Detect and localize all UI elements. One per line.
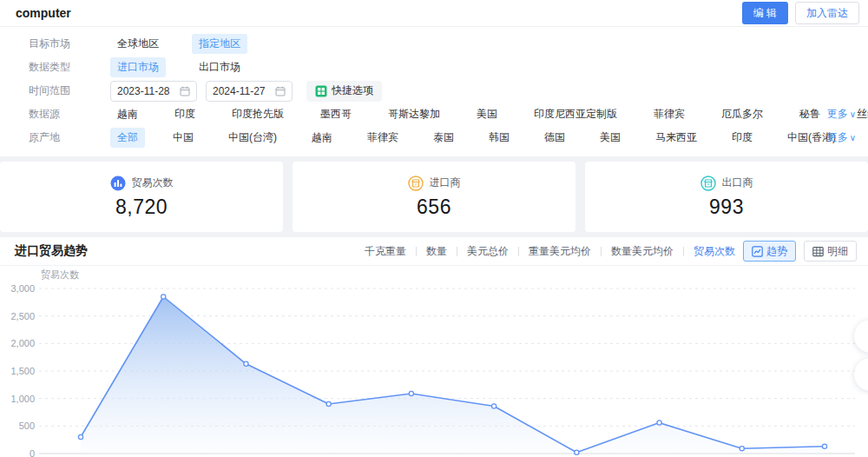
trend-panel: 进口贸易趋势 千克重量数量美元总价重量美元均价数量美元均价贸易次数 趋势 明细 … [0,237,868,457]
filter-option[interactable]: 墨西哥 [313,104,358,124]
metric-tabs: 千克重量数量美元总价重量美元均价数量美元均价贸易次数 [365,244,735,259]
shop-icon [700,176,716,191]
svg-text:1,000: 1,000 [10,394,35,404]
metric-tab[interactable]: 数量美元均价 [591,244,674,259]
add-to-radar-button[interactable]: 加入雷达 [795,2,859,24]
svg-text:2,500: 2,500 [10,311,35,321]
filter-row-target-market: 目标市场 全球地区指定地区 [0,32,868,56]
stat-card-trade-count: 贸易次数 8,720 [0,162,283,232]
quick-options-button[interactable]: 快捷选项 [306,81,382,102]
chevron-down-icon: ∨ [850,109,856,119]
start-date-value: 2023-11-28 [117,85,170,97]
metric-tab[interactable]: 贸易次数 [674,244,735,259]
stat-cards: 贸易次数 8,720 进口商 656 出口商 993 [0,162,868,232]
filter-option[interactable]: 指定地区 [192,34,247,54]
filter-panel: 目标市场 全球地区指定地区 数据类型 进口市场出口市场 时间范围 2023-11… [0,27,868,156]
filter-option[interactable]: 美国 [470,104,504,124]
filter-option[interactable]: 印度抢先版 [225,104,291,124]
filter-option[interactable]: 印度 [168,104,202,124]
filter-option[interactable]: 中国 [166,128,201,148]
filter-row-origin: 原产地 全部中国中国(台湾)越南菲律宾泰国韩国德国美国马来西亚印度中国(香港)印… [0,126,868,149]
quick-options-icon [315,85,327,97]
svg-text:2,000: 2,000 [10,338,35,348]
filter-option[interactable]: 全球地区 [110,34,166,54]
floating-widgets[interactable] [854,320,868,391]
origin-more-link[interactable]: 更多∨ [827,130,856,145]
filter-label: 原产地 [29,130,82,145]
origin-options: 全部中国中国(台湾)越南菲律宾泰国韩国德国美国马来西亚印度中国(香港)印度尼西亚… [110,128,856,148]
stat-value: 8,720 [115,195,168,219]
filter-option[interactable]: 中国(台湾) [221,128,284,148]
target-market-options: 全球地区指定地区 [110,34,856,54]
filter-option[interactable]: 美国 [593,128,628,148]
svg-text:3,000: 3,000 [10,283,35,294]
stat-label: 贸易次数 [132,176,174,190]
stat-value: 993 [709,195,744,219]
filter-option[interactable]: 印度尼西亚 [864,128,868,148]
trend-view-button[interactable]: 趋势 [743,241,796,262]
trend-view-label: 趋势 [766,244,787,259]
calendar-icon [275,86,286,96]
filter-option[interactable]: 出口市场 [192,57,247,77]
filter-row-datasource: 数据源 越南印度印度抢先版墨西哥哥斯达黎加美国印度尼西亚定制版菲律宾厄瓜多尔秘鲁… [0,103,868,126]
top-header: computer 编 辑 加入雷达 [0,0,868,27]
page-title: computer [16,6,71,20]
filter-option[interactable]: 哥斯达黎加 [381,104,447,124]
filter-option[interactable]: 菲律宾 [647,104,692,124]
filter-label: 数据源 [29,107,82,122]
filter-option[interactable]: 越南 [110,104,145,124]
chevron-down-icon: ∨ [850,133,856,142]
stat-card-exporters: 出口商 993 [585,162,868,232]
floating-button[interactable] [854,320,868,353]
shop-icon [408,176,424,191]
filter-option[interactable]: 菲律宾 [360,128,405,148]
svg-text:1,500: 1,500 [10,366,35,376]
table-icon [812,246,824,257]
filter-label: 数据类型 [29,60,82,75]
stat-value: 656 [417,195,451,219]
filter-option[interactable]: 秘鲁 [792,104,827,124]
stat-label: 进口商 [430,176,461,190]
filter-row-data-type: 数据类型 进口市场出口市场 [0,56,868,79]
filter-option[interactable]: 韩国 [482,128,516,148]
filter-row-date-range: 时间范围 2023-11-28 2024-11-27 快捷选项 [0,79,868,103]
datasource-options: 越南印度印度抢先版墨西哥哥斯达黎加美国印度尼西亚定制版菲律宾厄瓜多尔秘鲁丝绸之路… [110,104,856,124]
floating-button[interactable] [854,358,868,391]
svg-text:0: 0 [30,448,35,457]
end-date-input[interactable]: 2024-11-27 [206,81,293,102]
detail-view-button[interactable]: 明细 [804,241,857,262]
filter-option[interactable]: 印度 [725,128,760,148]
svg-text:贸易次数: 贸易次数 [41,269,79,280]
line-chart-icon [752,246,763,257]
section-title: 进口贸易趋势 [15,243,88,259]
area-chart: 贸易次数05001,0001,5002,0002,5003,0002023-11… [0,266,868,457]
detail-view-label: 明细 [827,244,848,259]
trend-chart[interactable]: 贸易次数05001,0001,5002,0002,5003,0002023-11… [0,266,868,457]
datasource-more-link[interactable]: 更多∨ [827,107,856,122]
bar-chart-icon [110,176,126,191]
filter-option[interactable]: 德国 [537,128,572,148]
filter-label: 时间范围 [29,83,82,98]
filter-option[interactable]: 全部 [110,128,145,148]
data-type-options: 进口市场出口市场 [110,57,856,77]
quick-options-label: 快捷选项 [332,83,373,98]
filter-option[interactable]: 马来西亚 [648,128,704,148]
metric-tab[interactable]: 美元总价 [447,244,509,259]
filter-option[interactable]: 印度尼西亚定制版 [527,104,624,124]
filter-option[interactable]: 厄瓜多尔 [714,104,770,124]
filter-option[interactable]: 进口市场 [110,57,166,77]
edit-button[interactable]: 编 辑 [742,2,788,24]
stat-card-importers: 进口商 656 [293,162,575,232]
filter-option[interactable]: 泰国 [426,128,461,148]
end-date-value: 2024-11-27 [213,85,266,97]
filter-option[interactable]: 越南 [305,128,339,148]
filter-label: 目标市场 [29,36,82,51]
metric-tab[interactable]: 数量 [406,244,447,259]
svg-text:500: 500 [19,421,35,431]
calendar-icon [180,86,190,96]
stat-label: 出口商 [722,176,753,190]
metric-tab[interactable]: 重量美元均价 [509,244,591,259]
metric-tab[interactable]: 千克重量 [365,244,406,259]
start-date-input[interactable]: 2023-11-28 [110,81,197,102]
